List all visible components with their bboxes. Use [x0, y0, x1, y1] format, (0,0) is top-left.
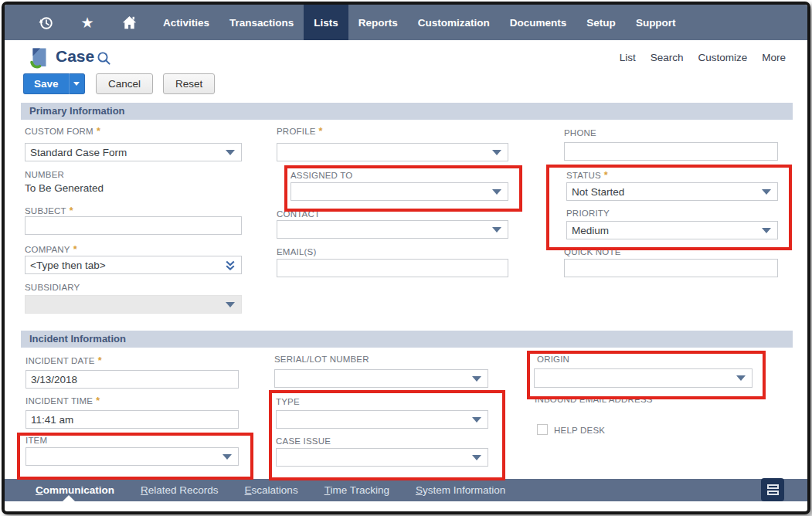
section-header-primary-information: Primary Information: [21, 103, 793, 120]
emails-label: EMAIL(S): [277, 247, 316, 256]
priority-label: PRIORITY: [566, 209, 610, 218]
selected-subtab-caret: [63, 495, 75, 501]
chevron-down-icon: [736, 375, 746, 381]
chevron-down-icon: [492, 150, 501, 155]
nav-icon-group: ★: [5, 5, 138, 40]
link-search[interactable]: Search: [651, 52, 684, 63]
nav-item-setup[interactable]: Setup: [576, 5, 626, 40]
incident-time-input[interactable]: [25, 410, 239, 429]
number-label: NUMBER: [25, 170, 64, 179]
assigned-to-dropdown[interactable]: [290, 182, 508, 201]
save-dropdown-button[interactable]: [69, 73, 85, 94]
reset-button[interactable]: Reset: [163, 73, 215, 94]
panel-layout-toggle-icon[interactable]: [761, 478, 784, 501]
origin-label: ORIGIN: [537, 355, 569, 364]
subject-label: SUBJECT*: [25, 205, 73, 216]
contact-dropdown[interactable]: [277, 220, 508, 239]
case-issue-label: CASE ISSUE: [276, 436, 331, 446]
recent-records-icon[interactable]: [37, 14, 54, 31]
type-label: TYPE: [276, 397, 300, 406]
company-label: COMPANY*: [25, 244, 77, 255]
subtab-related-records[interactable]: Related Records: [141, 484, 219, 496]
subtab-bar: Communication Related Records Escalation…: [5, 479, 807, 501]
cancel-button[interactable]: Cancel: [96, 73, 153, 94]
case-record-icon: [29, 46, 50, 73]
nav-item-transactions[interactable]: Transactions: [219, 5, 304, 40]
item-dropdown[interactable]: [25, 447, 239, 466]
profile-dropdown[interactable]: [277, 143, 508, 161]
save-button[interactable]: Save: [23, 73, 69, 94]
quick-note-input[interactable]: [564, 259, 778, 277]
subsidiary-dropdown: [25, 295, 242, 314]
chevron-down-icon: [472, 455, 481, 460]
custom-form-label: CUSTOM FORM*: [25, 126, 100, 137]
company-combo-field[interactable]: <Type then tab>: [25, 256, 242, 274]
chevron-down-icon: [492, 189, 501, 195]
nav-item-customization[interactable]: Customization: [408, 5, 500, 40]
page-title: Case: [56, 47, 94, 66]
serial-lot-number-dropdown[interactable]: [274, 369, 488, 388]
app-window: ★ Activities Transactions Lists Reports …: [2, 2, 810, 514]
nav-item-reports[interactable]: Reports: [348, 5, 408, 40]
title-search-icon[interactable]: [97, 51, 111, 69]
shortcuts-star-icon[interactable]: ★: [79, 14, 96, 31]
status-label: STATUS*: [566, 170, 608, 181]
subsidiary-label: SUBSIDIARY: [25, 283, 80, 292]
header-links: List Search Customize More: [620, 52, 786, 63]
nav-item-support[interactable]: Support: [626, 5, 686, 40]
case-issue-dropdown[interactable]: [276, 448, 488, 467]
quick-note-label: QUICK NOTE: [564, 247, 621, 256]
section-header-incident-information: Incident Information: [21, 331, 793, 348]
save-split-button: Save: [23, 73, 85, 94]
required-asterisk: *: [73, 244, 77, 255]
required-asterisk: *: [96, 395, 100, 406]
custom-form-dropdown[interactable]: Standard Case Form: [25, 143, 242, 161]
phone-label: PHONE: [564, 128, 596, 137]
nav-item-documents[interactable]: Documents: [500, 5, 577, 40]
chevron-down-icon: [472, 376, 481, 382]
origin-dropdown[interactable]: [534, 368, 753, 388]
nav-item-activities[interactable]: Activities: [153, 5, 219, 40]
subtab-communication[interactable]: Communication: [36, 484, 114, 496]
subtab-time-tracking[interactable]: Time Tracking: [324, 484, 389, 496]
incident-time-label: INCIDENT TIME*: [25, 395, 100, 406]
assigned-to-label: ASSIGNED TO: [290, 171, 352, 180]
link-list[interactable]: List: [620, 52, 636, 63]
item-label: ITEM: [25, 436, 47, 445]
chevron-down-icon: [73, 82, 80, 86]
home-icon[interactable]: [121, 14, 138, 31]
link-more[interactable]: More: [762, 52, 786, 63]
required-asterisk: *: [98, 355, 102, 366]
chevron-down-icon: [223, 454, 232, 460]
emails-input[interactable]: [277, 259, 508, 277]
link-customize[interactable]: Customize: [698, 52, 747, 63]
phone-input[interactable]: [564, 142, 778, 161]
chevron-down-icon: [762, 228, 771, 233]
subject-input[interactable]: [25, 216, 242, 235]
chevron-down-icon: [226, 302, 235, 307]
required-asterisk: *: [604, 170, 608, 181]
chevron-down-icon: [472, 417, 481, 423]
help-desk-label: HELP DESK: [554, 426, 605, 435]
inbound-email-address-label: INBOUND EMAIL ADDRESS: [535, 395, 653, 404]
status-dropdown[interactable]: Not Started: [566, 182, 778, 201]
nav-menu: Activities Transactions Lists Reports Cu…: [153, 5, 686, 40]
profile-label: PROFILE*: [277, 126, 323, 137]
nav-item-lists[interactable]: Lists: [304, 5, 348, 40]
priority-dropdown[interactable]: Medium: [566, 221, 778, 239]
annotation-box-type-case-issue: [269, 390, 505, 480]
type-dropdown[interactable]: [276, 410, 488, 429]
contact-label: CONTACT: [277, 209, 320, 219]
incident-date-label: INCIDENT DATE*: [25, 355, 102, 366]
top-nav-bar: ★ Activities Transactions Lists Reports …: [5, 5, 807, 40]
incident-date-input[interactable]: [25, 370, 239, 389]
serial-lot-number-label: SERIAL/LOT NUMBER: [274, 355, 369, 364]
chevron-down-icon: [762, 189, 771, 195]
required-asterisk: *: [319, 126, 323, 137]
help-desk-checkbox[interactable]: [537, 424, 548, 435]
subtab-escalations[interactable]: Escalations: [245, 484, 298, 496]
number-value: To Be Generated: [25, 182, 104, 194]
subtab-system-information[interactable]: System Information: [416, 484, 505, 496]
chevron-down-icon: [226, 150, 235, 155]
chevron-down-icon: [492, 227, 501, 233]
